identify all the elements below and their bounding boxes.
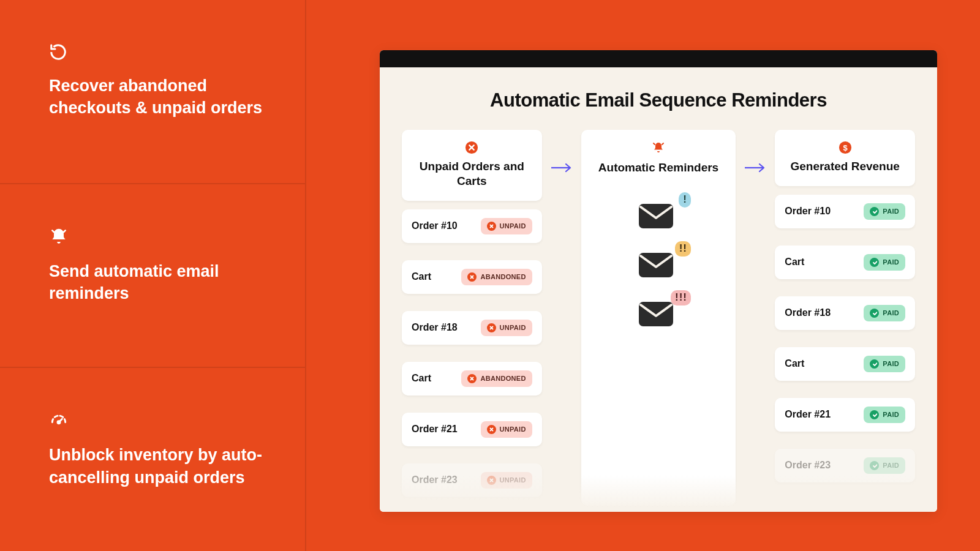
- status-text: PAID: [883, 411, 899, 418]
- x-icon: [467, 374, 477, 383]
- status-text: UNPAID: [500, 476, 526, 484]
- window-heading: Automatic Email Sequence Reminders: [402, 89, 915, 111]
- status-badge: PAID: [864, 457, 905, 474]
- flow-arrow: [743, 130, 767, 506]
- x-icon: [487, 222, 496, 231]
- status-text: PAID: [883, 360, 899, 367]
- bell-ring-icon: [598, 141, 718, 156]
- order-row: Cart ABANDONED: [402, 362, 542, 395]
- status-text: PAID: [883, 309, 899, 317]
- feature-sidebar: Recover abandoned checkouts & unpaid ord…: [0, 0, 306, 551]
- status-badge: UNPAID: [481, 421, 532, 438]
- status-text: ABANDONED: [480, 273, 526, 280]
- dollar-circle-icon: $: [782, 141, 908, 154]
- status-text: UNPAID: [500, 425, 526, 433]
- column-header-unpaid: Unpaid Orders and Carts: [402, 130, 542, 201]
- order-row: Order #18 UNPAID: [402, 311, 542, 345]
- order-row: Order #10 PAID: [775, 195, 915, 228]
- feature-text: Unblock inventory by auto-cancelling unp…: [49, 444, 268, 489]
- order-name: Order #21: [412, 424, 458, 435]
- order-name: Order #18: [412, 322, 458, 333]
- column-label: Unpaid Orders and Carts: [409, 159, 535, 189]
- x-icon: [487, 425, 496, 434]
- status-text: PAID: [883, 258, 899, 266]
- status-badge: UNPAID: [481, 472, 532, 489]
- order-name: Cart: [412, 271, 431, 282]
- svg-rect-2: [639, 204, 673, 228]
- feature-block: Send automatic email reminders: [0, 184, 305, 369]
- x-icon: [487, 323, 496, 332]
- reminder-email: !!: [638, 252, 679, 278]
- feature-text: Send automatic email reminders: [49, 260, 268, 305]
- check-icon: [870, 461, 879, 470]
- unpaid-column: Unpaid Orders and Carts Order #10 UNPAID…: [402, 130, 542, 506]
- status-badge: PAID: [864, 407, 905, 423]
- flow-arrow: [549, 130, 574, 506]
- status-text: PAID: [883, 208, 899, 215]
- column-header-reminders: Automatic Reminders: [598, 141, 718, 175]
- window-body: Automatic Email Sequence Reminders Unpai…: [380, 67, 937, 512]
- order-name: Order #23: [412, 474, 458, 485]
- app-preview-area: Automatic Email Sequence Reminders Unpai…: [306, 0, 980, 551]
- order-name: Order #23: [785, 460, 831, 471]
- status-text: ABANDONED: [480, 375, 526, 382]
- x-circle-icon: [409, 141, 535, 154]
- check-icon: [870, 207, 879, 216]
- reminder-email: !!!: [638, 301, 679, 327]
- feature-block: Unblock inventory by auto-cancelling unp…: [0, 368, 305, 551]
- svg-text:$: $: [843, 143, 847, 152]
- check-icon: [870, 410, 879, 419]
- reminder-count-badge: !!: [675, 241, 691, 257]
- status-badge: ABANDONED: [461, 370, 532, 387]
- revenue-column: $ Generated Revenue Order #10 PAID Cart …: [775, 130, 915, 506]
- status-badge: ABANDONED: [461, 269, 532, 285]
- order-row: Cart PAID: [775, 246, 915, 279]
- status-badge: PAID: [864, 203, 905, 220]
- order-row: Order #23 PAID: [775, 449, 915, 482]
- window-titlebar: [380, 50, 937, 67]
- app-window: Automatic Email Sequence Reminders Unpai…: [380, 50, 937, 512]
- order-row: Cart PAID: [775, 347, 915, 381]
- feature-text: Recover abandoned checkouts & unpaid ord…: [49, 75, 268, 119]
- column-label: Generated Revenue: [782, 159, 908, 174]
- check-icon: [870, 359, 879, 369]
- reminders-column: Automatic Reminders ! !! !!!: [581, 130, 736, 506]
- order-row: Order #23 UNPAID: [402, 463, 542, 497]
- order-row: Cart ABANDONED: [402, 260, 542, 294]
- order-row: Order #21 UNPAID: [402, 413, 542, 446]
- column-label: Automatic Reminders: [598, 160, 718, 175]
- check-icon: [870, 309, 879, 318]
- status-text: UNPAID: [500, 222, 526, 230]
- order-row: Order #18 PAID: [775, 296, 915, 330]
- order-name: Order #18: [785, 307, 831, 318]
- status-badge: UNPAID: [481, 320, 532, 336]
- status-badge: PAID: [864, 305, 905, 321]
- status-badge: PAID: [864, 254, 905, 271]
- status-badge: PAID: [864, 356, 905, 372]
- bell-icon: [49, 227, 268, 249]
- order-row: Order #10 UNPAID: [402, 209, 542, 243]
- svg-rect-4: [639, 302, 673, 326]
- reminder-email: !: [638, 203, 679, 229]
- status-text: PAID: [883, 462, 899, 469]
- order-name: Order #21: [785, 409, 831, 420]
- feature-block: Recover abandoned checkouts & unpaid ord…: [0, 0, 305, 184]
- gauge-icon: [49, 411, 268, 433]
- reminder-count-badge: !!!: [671, 290, 691, 305]
- reminder-count-badge: !: [679, 192, 691, 208]
- diagram-columns: Unpaid Orders and Carts Order #10 UNPAID…: [402, 130, 915, 506]
- svg-rect-3: [639, 253, 673, 277]
- order-name: Cart: [412, 373, 431, 384]
- order-name: Cart: [785, 257, 804, 268]
- order-name: Order #10: [412, 220, 458, 231]
- order-row: Order #21 PAID: [775, 398, 915, 432]
- order-name: Cart: [785, 358, 804, 369]
- order-name: Order #10: [785, 206, 831, 217]
- column-header-revenue: $ Generated Revenue: [775, 130, 915, 186]
- status-badge: UNPAID: [481, 218, 532, 234]
- undo-icon: [49, 43, 268, 64]
- status-text: UNPAID: [500, 324, 526, 331]
- check-icon: [870, 258, 879, 267]
- x-icon: [467, 272, 477, 282]
- x-icon: [487, 476, 496, 485]
